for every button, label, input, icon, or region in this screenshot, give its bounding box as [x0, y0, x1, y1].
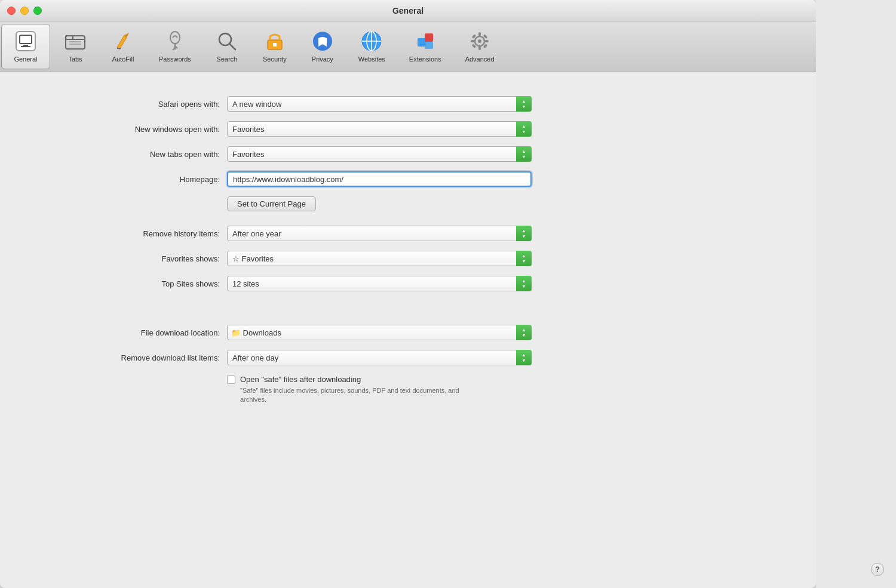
- svg-rect-0: [16, 32, 35, 51]
- remove-history-row: Remove history items: After one day Afte…: [36, 226, 780, 241]
- security-label: Security: [263, 56, 287, 63]
- svg-rect-29: [478, 32, 481, 36]
- svg-point-28: [478, 39, 481, 43]
- extensions-label: Extensions: [409, 56, 441, 63]
- toolbar-item-extensions[interactable]: Extensions: [397, 21, 453, 72]
- toolbar: General Tabs A: [0, 21, 816, 72]
- open-safe-files-subtext: "Safe" files include movies, pictures, s…: [240, 386, 467, 405]
- new-windows-control: Favorites Homepage Empty Page Same Page …: [227, 121, 532, 137]
- favorites-shows-control: ☆ Favorites Bookmarks Bar Bookmarks Menu: [227, 251, 532, 266]
- file-download-select-wrapper: 📁 Downloads Desktop Documents Other...: [227, 325, 532, 340]
- remove-download-control: Manually When Safari quits Upon successf…: [227, 350, 532, 365]
- toolbar-item-privacy[interactable]: Privacy: [299, 21, 346, 72]
- remove-download-select[interactable]: Manually When Safari quits Upon successf…: [227, 350, 532, 365]
- safari-opens-label: Safari opens with:: [36, 100, 227, 109]
- extensions-icon: [413, 29, 437, 53]
- websites-icon: [360, 29, 383, 53]
- tabs-label: Tabs: [68, 56, 82, 63]
- svg-rect-17: [273, 43, 277, 47]
- safari-opens-row: Safari opens with: A new window A new pr…: [36, 96, 780, 112]
- new-windows-row: New windows open with: Favorites Homepag…: [36, 121, 780, 137]
- homepage-row: Homepage:: [36, 171, 780, 187]
- svg-line-13: [173, 48, 175, 50]
- toolbar-item-advanced[interactable]: Advanced: [453, 21, 507, 72]
- set-current-page-button[interactable]: Set to Current Page: [227, 196, 316, 211]
- file-download-row: File download location: 📁 Downloads Desk…: [36, 325, 780, 340]
- new-tabs-control: Favorites Homepage Empty Page Same Page: [227, 146, 532, 162]
- svg-rect-32: [484, 40, 489, 42]
- advanced-label: Advanced: [465, 56, 495, 63]
- file-download-select[interactable]: 📁 Downloads Desktop Documents Other...: [227, 325, 532, 340]
- homepage-control: [227, 171, 532, 187]
- new-tabs-select[interactable]: Favorites Homepage Empty Page Same Page: [227, 146, 532, 162]
- title-bar: General: [0, 0, 816, 21]
- new-windows-label: New windows open with:: [36, 125, 227, 134]
- toolbar-item-search[interactable]: Search: [203, 21, 251, 72]
- remove-download-select-wrapper: Manually When Safari quits Upon successf…: [227, 350, 532, 365]
- preferences-window: General General: [0, 0, 816, 588]
- autofill-label: AutoFill: [112, 56, 134, 63]
- open-safe-files-row: Open "safe" files after downloading "Saf…: [227, 375, 780, 405]
- favorites-shows-select-wrapper: ☆ Favorites Bookmarks Bar Bookmarks Menu: [227, 251, 532, 266]
- new-tabs-row: New tabs open with: Favorites Homepage E…: [36, 146, 780, 162]
- toolbar-item-autofill[interactable]: AutoFill: [99, 21, 147, 72]
- remove-history-select[interactable]: After one day After one week After two w…: [227, 226, 532, 241]
- passwords-label: Passwords: [159, 56, 191, 63]
- search-icon: [215, 29, 239, 53]
- general-label: General: [14, 56, 37, 63]
- websites-label: Websites: [358, 56, 385, 63]
- file-download-control: 📁 Downloads Desktop Documents Other...: [227, 325, 532, 340]
- remove-history-label: Remove history items:: [36, 229, 227, 238]
- toolbar-item-general[interactable]: General: [1, 24, 50, 69]
- homepage-label: Homepage:: [36, 175, 227, 184]
- toolbar-item-passwords[interactable]: Passwords: [147, 21, 203, 72]
- favorites-shows-label: Favorites shows:: [36, 254, 227, 263]
- close-button[interactable]: [7, 7, 16, 15]
- top-sites-select-wrapper: 6 sites 12 sites 24 sites: [227, 276, 532, 291]
- top-sites-label: Top Sites shows:: [36, 279, 227, 288]
- remove-download-label: Remove download list items:: [36, 353, 227, 362]
- maximize-button[interactable]: [33, 7, 42, 15]
- toolbar-item-websites[interactable]: Websites: [346, 21, 397, 72]
- svg-line-15: [229, 44, 235, 50]
- section-gap-1: [36, 301, 780, 310]
- open-safe-files-label: Open "safe" files after downloading: [240, 375, 467, 384]
- svg-rect-25: [425, 33, 433, 42]
- svg-rect-30: [478, 46, 481, 50]
- top-sites-select[interactable]: 6 sites 12 sites 24 sites: [227, 276, 532, 291]
- safari-opens-select-wrapper: A new window A new private window All wi…: [227, 96, 532, 112]
- remove-history-control: After one day After one week After two w…: [227, 226, 532, 241]
- window-title: General: [392, 6, 424, 16]
- svg-rect-24: [418, 38, 426, 47]
- svg-rect-4: [66, 36, 85, 49]
- remove-history-select-wrapper: After one day After one week After two w…: [227, 226, 532, 241]
- favorites-shows-select[interactable]: ☆ Favorites Bookmarks Bar Bookmarks Menu: [227, 251, 532, 266]
- svg-rect-26: [425, 42, 433, 49]
- svg-point-10: [170, 32, 180, 44]
- security-icon: [263, 29, 287, 53]
- privacy-label: Privacy: [312, 56, 333, 63]
- set-current-page-row: Set to Current Page: [36, 196, 780, 211]
- safari-opens-select[interactable]: A new window A new private window All wi…: [227, 96, 532, 112]
- main-content: Safari opens with: A new window A new pr…: [0, 72, 816, 429]
- new-windows-select[interactable]: Favorites Homepage Empty Page Same Page …: [227, 121, 532, 137]
- new-windows-select-wrapper: Favorites Homepage Empty Page Same Page …: [227, 121, 532, 137]
- open-safe-files-text-group: Open "safe" files after downloading "Saf…: [240, 375, 467, 405]
- privacy-icon: [311, 29, 335, 53]
- open-safe-files-checkbox[interactable]: [227, 375, 235, 384]
- svg-rect-31: [471, 40, 475, 42]
- favorites-shows-row: Favorites shows: ☆ Favorites Bookmarks B…: [36, 251, 780, 266]
- tabs-icon: [63, 29, 87, 53]
- file-download-label: File download location:: [36, 328, 227, 337]
- window-controls: [7, 7, 42, 15]
- new-tabs-select-wrapper: Favorites Homepage Empty Page Same Page: [227, 146, 532, 162]
- top-sites-row: Top Sites shows: 6 sites 12 sites 24 sit…: [36, 276, 780, 291]
- toolbar-item-tabs[interactable]: Tabs: [51, 21, 99, 72]
- toolbar-item-security[interactable]: Security: [251, 21, 299, 72]
- homepage-input[interactable]: [227, 171, 532, 187]
- new-tabs-label: New tabs open with:: [36, 150, 227, 159]
- advanced-icon: [468, 29, 492, 53]
- minimize-button[interactable]: [20, 7, 29, 15]
- remove-download-row: Remove download list items: Manually Whe…: [36, 350, 780, 365]
- top-sites-control: 6 sites 12 sites 24 sites: [227, 276, 532, 291]
